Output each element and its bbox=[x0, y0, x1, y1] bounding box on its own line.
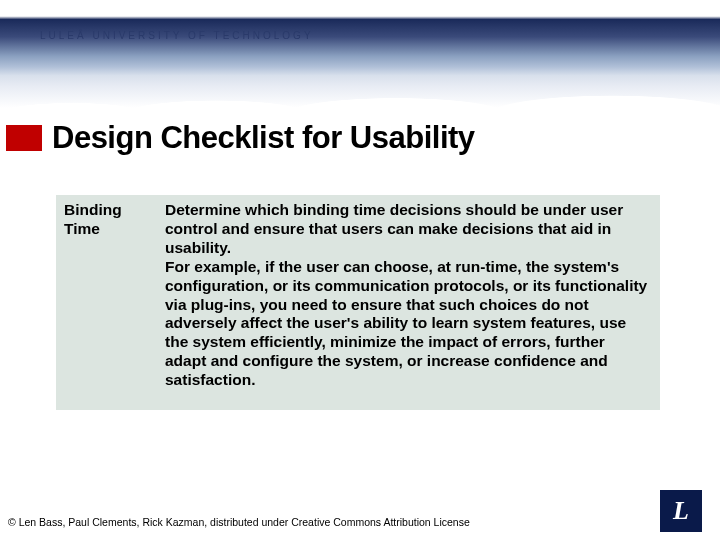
table-right-content: Determine which binding time decisions s… bbox=[161, 195, 660, 410]
table-paragraph-1: Determine which binding time decisions s… bbox=[165, 201, 650, 258]
title-bullet-icon bbox=[6, 125, 42, 151]
header-banner: LULEÅ UNIVERSITY OF TECHNOLOGY bbox=[0, 0, 720, 108]
slide-title: Design Checklist for Usability bbox=[52, 120, 475, 156]
logo-letter: L bbox=[673, 496, 689, 526]
university-logo: L bbox=[660, 490, 702, 532]
table-left-heading: Binding Time bbox=[56, 195, 161, 410]
university-name: LULEÅ UNIVERSITY OF TECHNOLOGY bbox=[40, 30, 314, 41]
table-paragraph-2: For example, if the user can choose, at … bbox=[165, 258, 650, 390]
snow-decoration bbox=[0, 80, 720, 114]
content-table: Binding Time Determine which binding tim… bbox=[56, 195, 660, 410]
attribution-footer: © Len Bass, Paul Clements, Rick Kazman, … bbox=[8, 516, 470, 528]
title-row: Design Checklist for Usability bbox=[0, 120, 720, 156]
